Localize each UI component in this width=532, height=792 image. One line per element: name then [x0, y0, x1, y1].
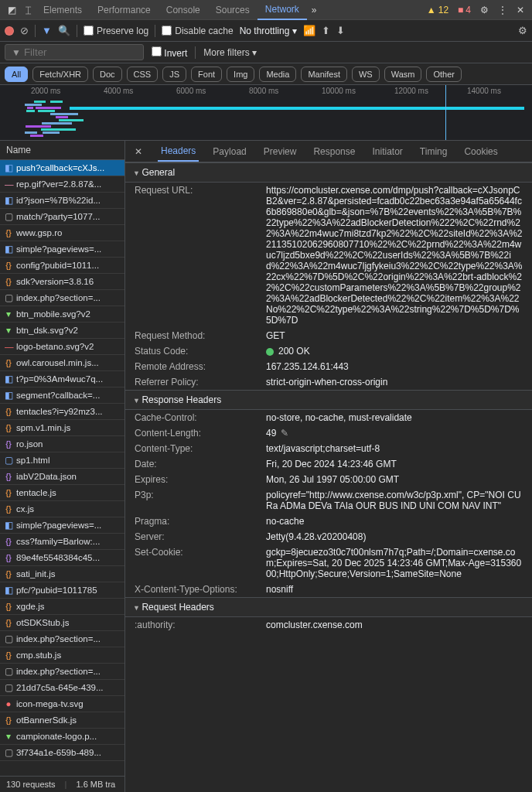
wifi-icon[interactable]: 📶 — [303, 25, 315, 36]
request-row[interactable]: ◧pfc/?pubid=1011785 — [0, 582, 124, 599]
request-row[interactable]: ▢sp1.html — [0, 452, 124, 469]
request-name: cx.js — [16, 504, 34, 514]
request-row[interactable]: {}xgde.js — [0, 599, 124, 615]
inspect-icon[interactable]: ◩ — [3, 2, 21, 19]
type-chip-wasm[interactable]: Wasm — [384, 67, 422, 82]
detail-tab-initiator[interactable]: Initiator — [369, 142, 405, 161]
type-chip-media[interactable]: Media — [259, 67, 296, 82]
warnings-badge[interactable]: ▲ 12 — [422, 5, 453, 15]
kebab-icon[interactable]: ⋮ — [493, 2, 512, 19]
settings-icon[interactable]: ⚙ — [476, 2, 493, 19]
request-row[interactable]: {}sdk?version=3.8.16 — [0, 274, 124, 290]
section-header-request-headers[interactable]: Request Headers — [125, 597, 532, 617]
file-type-icon: — — [5, 179, 12, 189]
request-row[interactable]: ◧segment?callback=... — [0, 387, 124, 404]
request-row[interactable]: ●icon-mega-tv.svg — [0, 696, 124, 712]
request-name: pfc/?pubid=1011785 — [16, 585, 97, 595]
more-filters-dropdown[interactable]: More filters ▾ — [203, 47, 257, 58]
request-row[interactable]: {}iabV2Data.json — [0, 469, 124, 485]
request-row[interactable]: {}cx.js — [0, 501, 124, 517]
close-icon[interactable]: ✕ — [512, 2, 529, 19]
section-header-general[interactable]: General — [125, 162, 532, 183]
close-detail-icon[interactable]: ✕ — [130, 143, 147, 160]
disable-cache-checkbox[interactable]: Disable cache — [162, 26, 233, 36]
filter-input[interactable]: ▼ — [5, 44, 144, 60]
request-row[interactable]: {}www.gsp.ro — [0, 225, 124, 241]
request-row[interactable]: ◧id?json=%7B%22id... — [0, 193, 124, 209]
tab-sources[interactable]: Sources — [208, 1, 257, 19]
tab-console[interactable]: Console — [159, 1, 208, 19]
filter-toggle-icon[interactable]: ▼ — [42, 25, 52, 36]
request-row[interactable]: ▢match/?party=1077... — [0, 209, 124, 225]
tab-network[interactable]: Network — [257, 0, 307, 20]
search-icon[interactable]: 🔍 — [58, 25, 70, 36]
device-icon[interactable]: ⌶ — [21, 2, 36, 19]
errors-badge[interactable]: ■ 4 — [453, 5, 476, 15]
request-row[interactable]: ◧push?callback=cXJs... — [0, 160, 124, 176]
request-row[interactable]: {}owl.carousel.min.js... — [0, 355, 124, 371]
request-row[interactable]: ◧t?p=0%3Am4wuc7q... — [0, 371, 124, 387]
download-icon[interactable]: ⬇ — [336, 25, 345, 36]
network-settings-icon[interactable]: ⚙ — [518, 25, 527, 36]
request-row[interactable]: ▾campionate-logo.p... — [0, 729, 124, 745]
request-row[interactable]: ▾btn_mobile.svg?v2 — [0, 306, 124, 323]
tab-performance[interactable]: Performance — [90, 1, 159, 19]
section-header-response-headers[interactable]: Response Headers — [125, 390, 532, 410]
type-chip-all[interactable]: All — [5, 67, 28, 82]
detail-tab-preview[interactable]: Preview — [261, 142, 300, 161]
request-row[interactable]: {}tentacles?i=y92mz3... — [0, 404, 124, 420]
detail-tab-timing[interactable]: Timing — [417, 142, 451, 161]
invert-checkbox[interactable]: Invert — [152, 46, 187, 59]
request-row[interactable]: {}otSDKStub.js — [0, 615, 124, 631]
tab-elements[interactable]: Elements — [36, 1, 90, 19]
preserve-log-checkbox[interactable]: Preserve log — [84, 26, 148, 36]
type-chip-font[interactable]: Font — [191, 67, 222, 82]
name-column-header[interactable]: Name — [0, 141, 124, 160]
detail-tab-cookies[interactable]: Cookies — [461, 142, 500, 161]
request-row[interactable]: {}spm.v1.min.js — [0, 420, 124, 436]
detail-tab-payload[interactable]: Payload — [210, 142, 249, 161]
header-value: policyref="http://www.cxense.com/w3c/p3p… — [266, 490, 523, 511]
timeline-overview[interactable]: 2000 ms4000 ms6000 ms8000 ms10000 ms1200… — [0, 85, 532, 141]
request-row[interactable]: {}otBannerSdk.js — [0, 712, 124, 729]
header-key: Server: — [135, 531, 266, 542]
type-chip-manifest[interactable]: Manifest — [301, 67, 347, 82]
type-chip-other[interactable]: Other — [426, 67, 462, 82]
request-row[interactable]: {}tentacle.js — [0, 485, 124, 501]
request-row[interactable]: ▢21dd7c5a-645e-439... — [0, 680, 124, 696]
edit-icon[interactable]: ✎ — [281, 428, 288, 439]
request-row[interactable]: ◧simple?pageviews=... — [0, 241, 124, 258]
request-row[interactable]: {}config?pubid=1011... — [0, 258, 124, 274]
request-name: push?callback=cXJs... — [16, 163, 104, 172]
request-row[interactable]: {}sati_init.js — [0, 566, 124, 582]
request-row[interactable]: ◧simple?pageviews=... — [0, 517, 124, 534]
request-row[interactable]: ▢3f734a1e-659b-489... — [0, 745, 124, 761]
request-row[interactable]: {}cmp.stub.js — [0, 647, 124, 664]
request-row[interactable]: {}ro.json — [0, 436, 124, 452]
type-chip-js[interactable]: JS — [162, 67, 186, 82]
throttling-select[interactable]: No throttling ▾ — [240, 26, 297, 36]
upload-icon[interactable]: ⬆ — [322, 25, 330, 36]
request-row[interactable]: {}89e4fe5548384c45... — [0, 550, 124, 566]
request-row[interactable]: ▢index.php?section=... — [0, 631, 124, 647]
request-row[interactable]: —logo-betano.svg?v2 — [0, 339, 124, 355]
filter-bar: ▼ Invert More filters ▾ — [0, 42, 532, 63]
detail-tab-response[interactable]: Response — [310, 142, 358, 161]
type-chip-doc[interactable]: Doc — [93, 67, 122, 82]
filter-text-input[interactable] — [24, 46, 124, 58]
request-row[interactable]: ▢index.php?section=... — [0, 664, 124, 680]
type-chip-img[interactable]: Img — [227, 67, 254, 82]
type-chip-css[interactable]: CSS — [127, 67, 159, 82]
more-tabs-icon[interactable]: » — [307, 2, 322, 19]
request-row[interactable]: ▢index.php?section=... — [0, 290, 124, 306]
request-row[interactable]: {}css?family=Barlow:... — [0, 534, 124, 550]
request-row[interactable]: ▾btn_dsk.svg?v2 — [0, 323, 124, 339]
file-type-icon: {} — [5, 504, 12, 514]
request-name: owl.carousel.min.js... — [16, 358, 99, 367]
type-chip-ws[interactable]: WS — [352, 67, 380, 82]
request-row[interactable]: —rep.gif?ver=2.8.87&... — [0, 176, 124, 193]
record-button[interactable] — [5, 26, 14, 36]
clear-icon[interactable]: ⊘ — [20, 25, 29, 36]
detail-tab-headers[interactable]: Headers — [158, 142, 199, 162]
type-chip-fetchxhr[interactable]: Fetch/XHR — [32, 67, 88, 82]
